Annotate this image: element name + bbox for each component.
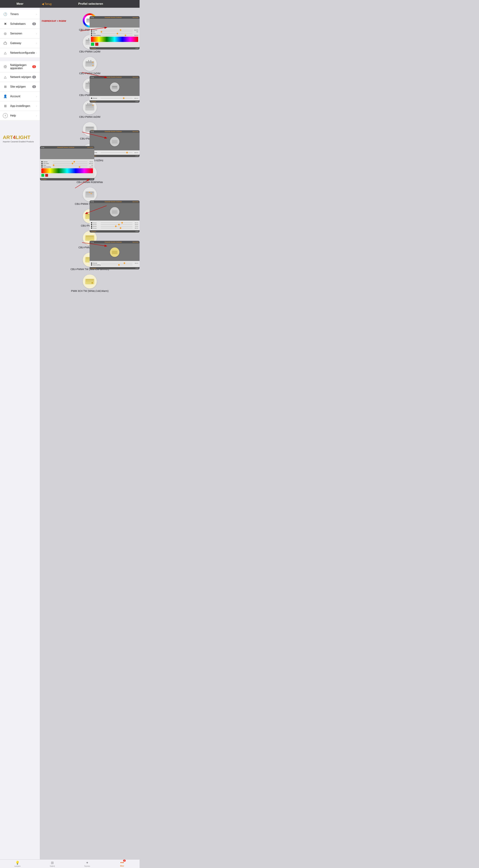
svg-rect-95 xyxy=(86,282,92,283)
svg-point-72 xyxy=(89,192,90,193)
account-icon: 👤 xyxy=(3,94,8,99)
preview-left-screenshot: Emap Casambi Kennis Centrum Navorchter D… xyxy=(40,146,94,180)
profiles-container: FABRIEKSAF = RGBW Emap Casambi Kennis Ce… xyxy=(40,11,140,304)
sidebar-item-account[interactable]: 👤 Account › xyxy=(0,92,40,101)
bottom-tabbar: 💡 Lampen ⊞ Galerij ✦ Scenes ••• 1 Meer xyxy=(0,859,140,868)
svg-point-96 xyxy=(92,282,93,284)
sidebar-item-netwerkconfiguratie[interactable]: △ Netwerkconfiguratie › xyxy=(0,48,40,58)
svg-rect-25 xyxy=(91,60,91,61)
svg-rect-50 xyxy=(86,127,94,128)
svg-point-2 xyxy=(5,66,6,67)
netwerk-wijzigen-icon: △ xyxy=(3,74,8,80)
preview-rgb-screenshot: Emap Casambi Kennis Centrum Navorchter D… xyxy=(90,130,140,157)
sidebar-item-sensoren[interactable]: ◎ Sensoren › xyxy=(0,29,40,38)
profile-item-pwm3ch[interactable]: PWM 3CH TW (White,Cold,Warm) xyxy=(40,272,140,294)
tab-meer[interactable]: ••• 1 Meer xyxy=(105,861,140,867)
logo-text: ART4LIGHT xyxy=(3,134,37,140)
galerij-icon: ⊞ xyxy=(51,861,54,865)
chevron-icon: › xyxy=(36,13,37,16)
svg-rect-71 xyxy=(86,195,94,196)
tab-galerij[interactable]: ⊞ Galerij xyxy=(35,861,70,867)
sidebar-item-schakelaars[interactable]: ✖ Schakelaars 1 xyxy=(0,19,40,29)
sidebar-item-gateway[interactable]: Gateway › xyxy=(0,38,40,48)
main-layout: 🕐 Timers › ✖ Schakelaars 1 ◎ Sensoren › … xyxy=(0,8,140,859)
scenes-icon: ✦ xyxy=(86,861,89,865)
svg-point-3 xyxy=(4,65,7,68)
sidebar-item-app-instellingen[interactable]: ⊞ App-instellingen › xyxy=(0,101,40,111)
profile-label-4xdim: CBU-PWM4 4xDIM xyxy=(79,116,100,118)
galerij-tab-label: Galerij xyxy=(50,865,55,867)
svg-rect-20 xyxy=(86,63,94,64)
help-icon: ? xyxy=(3,113,8,118)
chevron-icon: › xyxy=(36,95,37,98)
profile-label-1xdim: CBU-PWM4 1xDIM xyxy=(79,50,100,53)
profile-icon-2xdim xyxy=(83,57,97,71)
tab-lampen[interactable]: 💡 Lampen xyxy=(0,861,35,867)
sidebar-item-netwerk-wijzigen[interactable]: △ Netwerk wijzigen 1 xyxy=(0,72,40,82)
gateway-icon xyxy=(3,41,8,45)
chevron-icon: › xyxy=(36,32,37,35)
svg-rect-28 xyxy=(112,87,117,88)
svg-rect-44 xyxy=(87,103,88,104)
preview-rgbwhite-screenshot: Emap Casambi Kennis Centrum Navorchter D… xyxy=(90,200,140,232)
profile-item-2xdim[interactable]: CBU-PWM4 2xDIM xyxy=(40,54,140,76)
profile-label-2xdim: CBU-PWM4 2xDIM xyxy=(79,72,100,75)
svg-rect-45 xyxy=(89,103,90,104)
preview-2xdim-screenshot: Emap Casambi Kennis Centrum Navorchter D… xyxy=(90,76,140,103)
profile-label-rgbwhite: CBU-PWM4 RGB/White xyxy=(77,181,103,184)
meer-badge: 1 xyxy=(123,860,126,862)
svg-rect-74 xyxy=(112,210,117,214)
sidebar-item-timers[interactable]: 🕐 Timers › xyxy=(0,9,40,19)
sidebar-spacer xyxy=(0,58,40,61)
svg-rect-82 xyxy=(112,251,117,254)
sidebar-item-help[interactable]: ? Help › xyxy=(0,111,40,121)
profile-icon-slidersrgbw xyxy=(83,187,97,202)
back-button[interactable]: ◀ Terug xyxy=(40,2,66,6)
chevron-icon: › xyxy=(36,104,37,107)
svg-rect-42 xyxy=(86,108,94,109)
app-instellingen-label: App-instellingen xyxy=(10,104,36,107)
scenes-tab-label: Scenes xyxy=(84,865,90,867)
svg-rect-84 xyxy=(86,236,94,237)
profile-icon-pwm3ch xyxy=(83,275,97,288)
sidebar: 🕐 Timers › ✖ Schakelaars 1 ◎ Sensoren › … xyxy=(0,8,40,859)
site-wijzigen-label: Site wijzigen xyxy=(10,85,32,88)
nabijgelegen-label: Nabijgelegen apparaten xyxy=(10,64,32,70)
content-area: FABRIEKSAF = RGBW Emap Casambi Kennis Ce… xyxy=(40,8,140,859)
back-label: ◀ Terug xyxy=(42,2,52,6)
schakelaars-label: Schakelaars xyxy=(10,22,32,26)
sensoren-icon: ◎ xyxy=(3,31,8,36)
netwerk-wijzigen-badge: 1 xyxy=(32,75,36,79)
tab-scenes[interactable]: ✦ Scenes xyxy=(70,861,105,867)
chevron-icon: › xyxy=(36,52,37,54)
sidebar-item-site-wijzigen[interactable]: ⊞ Site wijzigen 1 xyxy=(0,82,40,92)
clock-icon: 🕐 xyxy=(3,12,8,17)
site-wijzigen-badge: 1 xyxy=(32,85,36,88)
svg-rect-85 xyxy=(86,237,94,239)
lampen-tab-label: Lampen xyxy=(14,865,21,867)
nav-title: Profiel selecteren xyxy=(66,2,115,6)
app-instellingen-icon: ⊞ xyxy=(3,103,8,108)
nabijgelegen-badge: 1 xyxy=(32,65,36,68)
brand-logo: ART4LIGHT Importer Casambi Enabled Produ… xyxy=(0,131,40,146)
nearby-icon xyxy=(3,64,8,69)
svg-point-73 xyxy=(91,193,92,194)
lampen-icon: 💡 xyxy=(15,861,20,865)
sidebar-item-nabijgelegen[interactable]: Nabijgelegen apparaten 1 xyxy=(0,61,40,72)
svg-rect-46 xyxy=(90,103,91,104)
svg-rect-54 xyxy=(112,140,117,144)
nav-left-section: Meer xyxy=(0,2,40,6)
svg-rect-24 xyxy=(89,60,89,61)
profile-label-pwm3ch: PWM 3CH TW (White,Cold,Warm) xyxy=(71,289,108,292)
schakelaars-icon: ✖ xyxy=(3,22,8,26)
nav-meer-label: Meer xyxy=(16,2,24,6)
svg-point-23 xyxy=(92,65,94,66)
site-wijzigen-icon: ⊞ xyxy=(3,84,8,89)
svg-rect-47 xyxy=(92,103,92,104)
svg-rect-51 xyxy=(86,128,94,130)
chevron-icon: › xyxy=(36,114,37,117)
svg-point-43 xyxy=(92,105,94,106)
preview-tw-screenshot: Emap Casambi Kennis Centrum Navorchter D… xyxy=(90,241,140,269)
sensoren-label: Sensoren xyxy=(10,32,36,35)
svg-point-22 xyxy=(92,62,94,63)
